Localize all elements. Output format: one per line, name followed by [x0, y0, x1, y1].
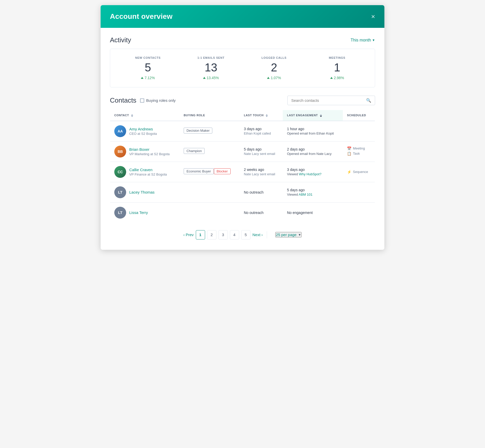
contact-name[interactable]: Lissa Terry — [129, 210, 148, 215]
buying-roles-filter[interactable]: Buying roles only — [140, 98, 176, 103]
triangle-up-icon-3 — [330, 77, 333, 79]
last-touch-sort-arrows — [266, 114, 268, 117]
page-button-1[interactable]: 1 — [196, 230, 205, 239]
role-badge: Decision Maker — [184, 128, 213, 134]
avatar: BB — [114, 146, 126, 157]
last-engagement-sort-arrows — [320, 114, 322, 117]
activity-filter-button[interactable]: This month ▼ — [351, 38, 375, 43]
last-touch-cell-4: No outreach — [240, 202, 283, 223]
last-engagement-cell-4: No engagement — [283, 202, 343, 223]
contact-cell-3: LTLacey Thomas — [110, 182, 180, 202]
scheduled-cell-1: 📅Meeting📋Task — [343, 141, 375, 162]
last-touch-cell-3: No outreach — [240, 182, 283, 202]
pagination: ‹ Prev 1 2 3 4 5 Next › 25 per page ▼ — [110, 230, 375, 244]
activity-stat-3: MEETINGS 1 2.98% — [306, 56, 369, 80]
contact-cell-1: BBBrian BoxerVP Marketing at S2 Bogota — [110, 141, 180, 162]
engagement-link[interactable]: Why HubSpot? — [299, 172, 321, 176]
last-engagement-cell-3: 5 days agoViewed ABM 101 — [283, 182, 343, 202]
activity-stat-label-1: 1:1 EMAILS SENT — [180, 56, 243, 59]
buying-role-cell-1: Champion — [180, 141, 240, 162]
last-touch-cell-1: 5 days agoNate Lacy sent email — [240, 141, 283, 162]
page-button-5[interactable]: 5 — [241, 230, 250, 239]
buying-roles-checkbox[interactable] — [140, 98, 144, 103]
scheduled-cell-0 — [343, 121, 375, 142]
close-button[interactable]: × — [371, 13, 375, 20]
next-button[interactable]: Next › — [253, 233, 263, 237]
contact-text: Callie CravenVP Finance at S2 Bogota — [129, 168, 167, 176]
contact-text: Amy AndrewsCEO at S2 Bogota — [129, 127, 157, 136]
last-engagement-cell-1: 2 days agoOpened email from Nate Lacy — [283, 141, 343, 162]
contact-name[interactable]: Amy Andrews — [129, 127, 157, 131]
per-page-button[interactable]: 25 per page ▼ — [275, 232, 302, 237]
col-buying-role[interactable]: BUYING ROLE — [180, 110, 240, 121]
pagination-divider — [267, 231, 267, 238]
col-last-engagement[interactable]: LAST ENGAGEMENT — [283, 110, 343, 121]
prev-label: Prev — [186, 233, 194, 237]
buying-role-cell-0: Decision Maker — [180, 121, 240, 142]
scheduled-item[interactable]: 📋Task — [347, 152, 371, 156]
task-icon: 📋 — [347, 152, 351, 156]
contact-cell-2: CCCallie CravenVP Finance at S2 Bogota — [110, 162, 180, 182]
activity-section-title: Activity — [110, 36, 131, 44]
contact-sort-arrows — [131, 114, 133, 117]
col-scheduled: SCHEDULED — [343, 110, 375, 121]
engagement-detail: Opened email from Ethan Kopit — [287, 131, 339, 135]
avatar: CC — [114, 166, 126, 178]
activity-stat-value-3: 1 — [306, 62, 369, 73]
sequence-label: Sequence — [353, 170, 368, 174]
contact-cell-0: AAAmy AndrewsCEO at S2 Bogota — [110, 121, 180, 142]
table-row: AAAmy AndrewsCEO at S2 BogotaDecision Ma… — [110, 121, 375, 142]
page-button-4[interactable]: 4 — [230, 230, 239, 239]
last-engagement-cell-0: 1 hour agoOpened email from Ethan Kopit — [283, 121, 343, 142]
avatar: LT — [114, 186, 126, 198]
prev-button[interactable]: ‹ Prev — [183, 233, 194, 237]
chevron-down-icon: ▼ — [372, 38, 375, 42]
sort-up-icon — [320, 114, 322, 115]
sequence-item[interactable]: ⚡Sequence — [347, 170, 371, 174]
engagement-time: No engagement — [287, 211, 339, 215]
contacts-title-area: Contacts Buying roles only — [110, 96, 176, 104]
avatar: AA — [114, 125, 126, 137]
modal-body: Activity This month ▼ NEW CONTACTS 5 7.1… — [101, 28, 384, 250]
role-badge: Economic Buyer — [184, 168, 214, 174]
avatar: LT — [114, 207, 126, 219]
contact-info: LTLacey Thomas — [114, 186, 175, 198]
last-touch-time: 2 weeks ago — [244, 168, 279, 172]
scheduled-cell-2: ⚡Sequence — [343, 162, 375, 182]
per-page-caret-icon: ▼ — [298, 233, 301, 237]
col-last-touch[interactable]: LAST TOUCH — [240, 110, 283, 121]
contact-text: Lacey Thomas — [129, 190, 155, 194]
chevron-right-icon: › — [261, 233, 263, 237]
contact-name[interactable]: Lacey Thomas — [129, 190, 155, 194]
search-contacts-box[interactable]: 🔍 — [287, 96, 375, 105]
activity-stat-change-0: 7.12% — [116, 76, 180, 80]
last-touch-cell-2: 2 weeks agoNate Lacy sent email — [240, 162, 283, 182]
page-button-2[interactable]: 2 — [207, 230, 216, 239]
col-contact[interactable]: CONTACT — [110, 110, 180, 121]
last-touch-time: No outreach — [244, 190, 279, 194]
search-contacts-input[interactable] — [291, 98, 365, 103]
contacts-table-body: AAAmy AndrewsCEO at S2 BogotaDecision Ma… — [110, 121, 375, 223]
contact-name[interactable]: Callie Craven — [129, 168, 167, 172]
buying-role-cell-4 — [180, 202, 240, 223]
calendar-icon: 📅 — [347, 146, 351, 151]
last-touch-time: 5 days ago — [244, 147, 279, 151]
scheduled-item[interactable]: 📅Meeting — [347, 146, 371, 151]
contact-info: BBBrian BoxerVP Marketing at S2 Bogota — [114, 146, 175, 157]
engagement-link[interactable]: ABM 101 — [299, 193, 312, 196]
last-touch-cell-0: 3 days agoEthan Kopit called — [240, 121, 283, 142]
role-badge: Blocker — [214, 168, 231, 174]
activity-stat-label-3: MEETINGS — [306, 56, 369, 59]
contact-text: Brian BoxerVP Marketing at S2 Bogota — [129, 147, 170, 156]
contact-info: LTLissa Terry — [114, 207, 175, 219]
activity-stat-value-1: 13 — [180, 62, 243, 73]
last-touch-detail: Ethan Kopit called — [244, 131, 279, 135]
scheduled-cell-4 — [343, 202, 375, 223]
activity-stats-card: NEW CONTACTS 5 7.12% 1:1 EMAILS SENT 13 … — [110, 49, 375, 87]
contact-name[interactable]: Brian Boxer — [129, 147, 170, 152]
page-button-3[interactable]: 3 — [219, 230, 228, 239]
triangle-up-icon-0 — [141, 77, 143, 79]
activity-stat-change-2: 1.07% — [242, 76, 306, 80]
engagement-detail: Opened email from Nate Lacy — [287, 152, 339, 156]
activity-filter-label: This month — [351, 38, 371, 43]
